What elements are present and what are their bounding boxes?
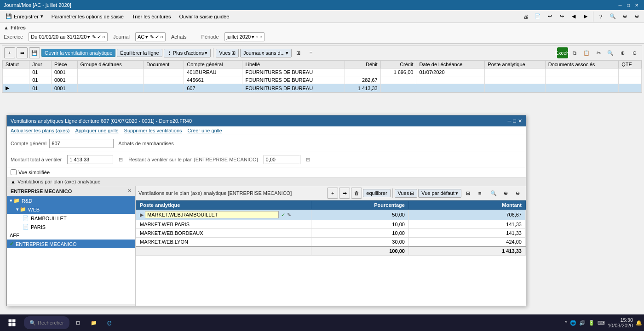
tree-expand-rd-icon[interactable]: ▾	[10, 198, 12, 204]
rp-add-icon[interactable]: +	[327, 188, 338, 199]
undo-icon[interactable]: ↩	[544, 11, 555, 22]
search-zoom-icon[interactable]: 🔍	[607, 11, 618, 22]
prev-icon[interactable]: ◀	[568, 11, 579, 22]
row-check-icon[interactable]: ✓	[281, 212, 285, 217]
vues-button[interactable]: Vues ⊞	[216, 49, 239, 57]
vue-simplifiee-label[interactable]: Vue simplifiée	[11, 169, 522, 175]
clock-time: 15:30	[608, 317, 633, 323]
start-button[interactable]	[2, 316, 22, 330]
duplicate-icon[interactable]: ➡	[17, 47, 28, 58]
excel-export-icon[interactable]: Excel▾	[557, 47, 568, 58]
edit-icon2[interactable]: ✎	[150, 34, 154, 40]
volume-icon[interactable]: 🔊	[579, 320, 586, 326]
filters-collapse-icon[interactable]: ▲	[4, 25, 9, 30]
row-expand-icon[interactable]: ▶	[6, 85, 9, 91]
menu-ouvrir[interactable]: Ouvrir la saisie guidée	[176, 12, 233, 21]
analytics-minimize-button[interactable]: ─	[508, 118, 512, 124]
edit-icon[interactable]: ✎	[92, 34, 96, 40]
list-view-icon[interactable]: ≡	[305, 47, 316, 58]
zoom-in-icon[interactable]: ⊕	[619, 11, 630, 22]
file-explorer-icon[interactable]: 📁	[87, 316, 101, 330]
menu-parametrer[interactable]: Paramétrer les options de saisie	[48, 12, 127, 21]
tree-item-aff[interactable]: AFF	[7, 231, 135, 240]
analytics-table-row[interactable]: MARKET.WEB.BORDEAUX 10,00 141,33	[136, 229, 526, 238]
tree-item-paris[interactable]: 📄 PARIS	[7, 223, 135, 231]
table-row[interactable]: 01 0001 401BUREAU FOURNITURES DE BUREAU …	[3, 68, 642, 76]
plus-actions-button[interactable]: ⋮ Plus d'actions ▾	[164, 49, 211, 57]
rp-search3-icon[interactable]: ⊖	[512, 188, 523, 199]
system-tray-chevron-icon[interactable]: ^	[565, 320, 567, 325]
table-config-icon[interactable]: ⊖	[629, 47, 640, 58]
tree-item-rd[interactable]: ▾ 📁 R&D	[7, 196, 135, 205]
print-icon[interactable]: 🖨	[520, 11, 531, 22]
help-icon[interactable]: ?	[595, 11, 606, 22]
restant-input[interactable]	[264, 155, 300, 164]
menu-trier[interactable]: Trier les écritures	[128, 12, 175, 21]
ventilation-analytique-button[interactable]: Ouvrir la ventilation analytique	[41, 49, 115, 57]
check-icon2[interactable]: ✓	[155, 34, 159, 40]
creer-grille-link[interactable]: Créer une grille	[188, 128, 222, 133]
journal-dropdown[interactable]: AC ▾ ✎ ✓ ○	[135, 32, 166, 41]
keyboard-icon[interactable]: ⌨	[598, 320, 605, 326]
actualiser-plans-link[interactable]: Actualiser les plans (axes)	[11, 128, 69, 133]
exercice-dropdown[interactable]: Du 01/01/20 au 31/12/20 ▾ ✎ ✓ ○	[29, 32, 108, 41]
tree-item-em[interactable]: ✔ ENTREPRISE MECANICO	[7, 240, 135, 248]
vue-simplifiee-checkbox[interactable]	[11, 169, 17, 175]
analytics-close-button[interactable]: ✕	[518, 118, 522, 124]
equilibrer-ligne-button[interactable]: Équilibrer la ligne	[117, 49, 162, 57]
rp-equilibrer-button[interactable]: equilibrer	[363, 189, 390, 197]
table-zoom-icon[interactable]: ⊕	[617, 47, 628, 58]
rp-list2-icon[interactable]: ≡	[474, 188, 485, 199]
montant-input[interactable]	[67, 155, 113, 164]
tree-item-web[interactable]: ▾ 📁 WEB	[7, 205, 135, 214]
taskbar-search-bar[interactable]: 🔍 Rechercher	[24, 316, 69, 329]
close-button[interactable]: ✕	[633, 1, 640, 9]
next-icon[interactable]: ▶	[580, 11, 591, 22]
table-search-icon[interactable]: 🔍	[605, 47, 616, 58]
analytics-table-row[interactable]: ▶ ✓ ✎ 50,00 706,67	[136, 210, 526, 220]
row-edit-icon[interactable]: ✎	[287, 212, 291, 217]
edge-browser-icon[interactable]: e	[103, 316, 116, 330]
check-icon[interactable]: ✓	[97, 34, 101, 40]
copy-icon[interactable]: ⧉	[569, 47, 580, 58]
redo-icon[interactable]: ↪	[556, 11, 567, 22]
table-row[interactable]: ▶ 01 0001 607 FOURNITURES DE BUREAU 1 41…	[3, 84, 642, 92]
minimize-button[interactable]: ─	[616, 1, 624, 9]
analytics-table-row[interactable]: MARKET.WEB.PARIS 10,00 141,33	[136, 220, 526, 229]
maximize-button[interactable]: □	[625, 1, 632, 9]
rp-grid2-icon[interactable]: ⊞	[462, 188, 473, 199]
network-icon[interactable]: 🌐	[570, 320, 576, 326]
rp-vue-defaut-button[interactable]: Vue par défaut ▾	[418, 189, 461, 198]
rp-arrow-icon[interactable]: ➡	[339, 188, 350, 199]
supprimer-ventilations-link[interactable]: Supprimer les ventilations	[124, 128, 182, 133]
menu-enregistrer[interactable]: 💾 Enregistrer ▾	[2, 12, 47, 21]
add-row-icon[interactable]: +	[4, 47, 15, 58]
taskbar-right: ^ 🌐 🔊 🔋 ⌨ 15:30 10/03/2020 🔔	[565, 317, 642, 328]
save-row-icon[interactable]: 💾	[29, 47, 40, 58]
time-display[interactable]: 15:30 10/03/2020	[608, 317, 633, 328]
table-row[interactable]: 01 0001 445661 FOURNITURES DE BUREAU 282…	[3, 76, 642, 84]
cut-icon[interactable]: ✂	[593, 47, 604, 58]
journaux-button[interactable]: Journaux sans d... ▾	[240, 49, 292, 57]
task-view-icon[interactable]: ⊟	[71, 316, 85, 330]
compte-input[interactable]	[49, 139, 114, 148]
rp-search2-icon[interactable]: ⊕	[500, 188, 511, 199]
export-icon[interactable]: 📄	[532, 11, 543, 22]
zoom-out-icon[interactable]: ⊖	[631, 11, 642, 22]
rp-delete-icon[interactable]: 🗑	[351, 188, 362, 199]
analytics-maximize-button[interactable]: □	[513, 118, 516, 124]
grid-view-icon[interactable]: ⊞	[293, 47, 304, 58]
paste-icon[interactable]: 📋	[581, 47, 592, 58]
poste-edit-input[interactable]	[145, 211, 279, 218]
analytics-table-row[interactable]: MARKET.WEB.LYON 30,00 424,00	[136, 238, 526, 247]
periode-dropdown[interactable]: juillet 2020 ▾ ○ ○	[224, 32, 265, 41]
tree-expand-web-icon[interactable]: ▾	[16, 206, 19, 212]
rp-search1-icon[interactable]: 🔍	[488, 188, 499, 199]
plans-collapse-icon[interactable]: ▲	[11, 179, 16, 184]
notifications-icon[interactable]: 🔔	[636, 320, 642, 326]
left-panel-collapse-icon[interactable]: ✕	[127, 188, 132, 194]
battery-icon[interactable]: 🔋	[588, 320, 595, 326]
appliquer-grille-link[interactable]: Appliquer une grille	[75, 128, 118, 133]
tree-item-rambouillet[interactable]: 📄 RAMBOUILLET	[7, 214, 135, 223]
rp-vues-button[interactable]: Vues ⊞	[395, 189, 418, 198]
